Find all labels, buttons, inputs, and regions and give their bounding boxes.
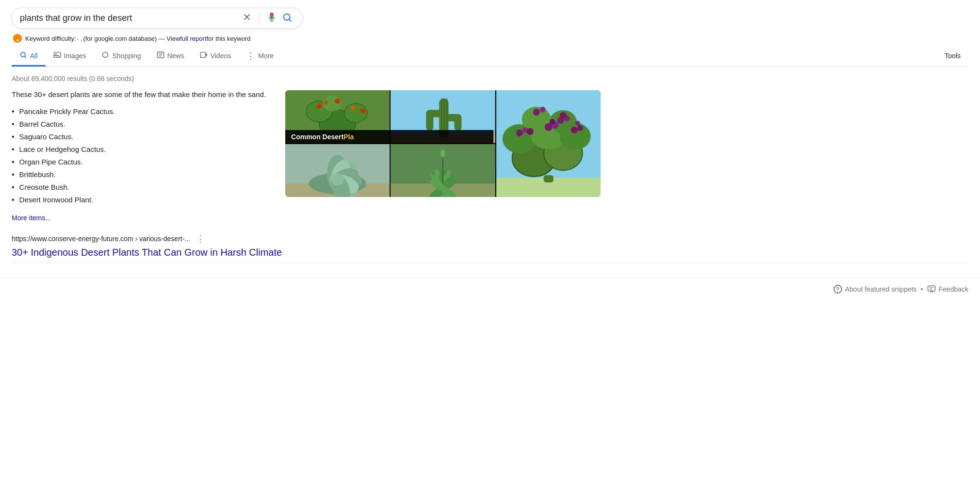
svg-point-59 <box>559 112 566 119</box>
page-header: 🔥 Keyword difficulty: · . (for google.co… <box>0 0 980 67</box>
list-item: Brittlebush. <box>12 168 266 181</box>
tab-all-label: All <box>30 52 38 60</box>
svg-rect-1 <box>270 20 273 21</box>
clear-button[interactable] <box>239 13 255 24</box>
svg-point-58 <box>539 107 545 113</box>
kd-suffix: for this keyword <box>207 35 251 42</box>
feedback-label: Feedback <box>939 285 968 293</box>
results-count: About 89,400,000 results (0.68 seconds) <box>12 75 968 82</box>
news-icon <box>157 51 164 60</box>
more-dots-icon: ⋮ <box>246 51 255 60</box>
feedback-button[interactable]: Feedback <box>927 285 968 294</box>
help-icon: ? <box>833 285 842 294</box>
list-item: Barrel Cactus. <box>12 118 266 131</box>
feedback-icon <box>927 285 936 294</box>
tab-images[interactable]: Images <box>46 46 94 66</box>
svg-point-24 <box>351 106 356 110</box>
tab-all[interactable]: All <box>12 46 46 66</box>
footer-separator: • <box>921 285 923 293</box>
search-divider <box>259 13 260 24</box>
svg-point-23 <box>335 98 340 104</box>
result-url-row: https://www.conserve-energy-future.com ›… <box>12 233 968 244</box>
list-item: Organ Pipe Cactus. <box>12 156 266 168</box>
nav-tools-area: Tools <box>937 47 968 66</box>
tab-news[interactable]: News <box>149 46 192 66</box>
tab-images-label: Images <box>64 52 86 60</box>
kd-dots: · . <box>77 35 82 42</box>
tab-shopping[interactable]: Shopping <box>94 46 148 66</box>
result-url: https://www.conserve-energy-future.com ›… <box>12 235 190 243</box>
more-items-link[interactable]: More items... <box>12 214 51 222</box>
about-label: About featured snippets <box>845 285 917 293</box>
result-title-link[interactable]: 30+ Indigenous Desert Plants That Can Gr… <box>12 247 282 258</box>
nav-tabs: All Images Shopping <box>12 46 968 67</box>
tab-shopping-label: Shopping <box>112 52 141 60</box>
svg-point-54 <box>571 127 577 133</box>
tab-more-label: More <box>258 52 274 60</box>
search-submit-button[interactable] <box>280 12 294 24</box>
search-input[interactable] <box>20 13 239 23</box>
svg-point-25 <box>360 108 365 114</box>
main-content: About 89,400,000 results (0.68 seconds) … <box>0 67 980 271</box>
svg-point-51 <box>549 119 555 125</box>
featured-image-panel[interactable]: Common Desert Pla <box>285 90 601 197</box>
list-item: Desert Ironwood Plant. <box>12 194 266 206</box>
featured-description: These 30+ desert plants are some of the … <box>12 90 266 98</box>
tools-label: Tools <box>945 52 961 60</box>
page-footer: ? About featured snippets • Feedback <box>0 279 980 299</box>
tab-news-label: News <box>167 52 184 60</box>
featured-list: Pancake Prickly Pear Cactus. Barrel Cact… <box>12 105 266 206</box>
svg-point-83 <box>441 149 445 157</box>
tab-videos-label: Videos <box>211 52 231 60</box>
list-item: Creosote Bush. <box>12 181 266 194</box>
svg-point-57 <box>533 109 539 115</box>
svg-rect-14 <box>200 52 206 58</box>
keyword-difficulty-row: 🔥 Keyword difficulty: · . (for google.co… <box>12 33 968 43</box>
svg-rect-84 <box>928 286 935 291</box>
collage-cell-5 <box>391 144 495 197</box>
svg-marker-9 <box>103 52 108 58</box>
collage-cell-4 <box>285 144 390 197</box>
featured-snippet-section: These 30+ desert plants are some of the … <box>12 90 968 222</box>
tab-more[interactable]: ⋮ More <box>239 47 281 66</box>
kd-middle: (for google.com database) — View <box>83 35 180 42</box>
svg-point-48 <box>526 128 533 135</box>
kd-prefix: Keyword difficulty: <box>25 35 76 42</box>
image-collage: Common Desert Pla <box>285 90 601 197</box>
search-bar-row <box>12 8 968 29</box>
images-icon <box>53 51 61 60</box>
about-featured-snippets[interactable]: ? About featured snippets <box>833 285 917 294</box>
list-item: Lace or Hedgehog Cactus. <box>12 143 266 156</box>
result-menu-button[interactable]: ⋮ <box>194 233 207 244</box>
svg-rect-31 <box>426 110 442 117</box>
search-box <box>12 8 303 29</box>
shopping-icon <box>101 51 109 60</box>
svg-text:🔥: 🔥 <box>15 35 21 42</box>
svg-point-55 <box>577 125 583 131</box>
list-item: Pancake Prickly Pear Cactus. <box>12 105 266 118</box>
tab-videos[interactable]: Videos <box>192 46 239 66</box>
svg-point-72 <box>331 173 344 186</box>
voice-search-button[interactable] <box>263 12 280 24</box>
videos-icon <box>200 51 208 60</box>
svg-rect-60 <box>543 175 553 182</box>
result-item-1: https://www.conserve-energy-future.com ›… <box>12 233 968 263</box>
svg-point-56 <box>575 121 580 126</box>
kd-icon: 🔥 <box>13 33 22 43</box>
svg-point-46 <box>516 130 523 136</box>
list-item: Saguaro Cactus. <box>12 131 266 143</box>
svg-point-22 <box>324 100 328 105</box>
svg-point-21 <box>317 104 322 109</box>
search-icon <box>19 51 27 60</box>
featured-snippet-text: These 30+ desert plants are some of the … <box>12 90 266 222</box>
kd-full-report-link[interactable]: full report <box>180 35 206 42</box>
image-caption-bar: Common Desert Pla <box>285 130 493 144</box>
collage-cell-3 <box>496 90 601 197</box>
tools-button[interactable]: Tools <box>937 47 968 66</box>
